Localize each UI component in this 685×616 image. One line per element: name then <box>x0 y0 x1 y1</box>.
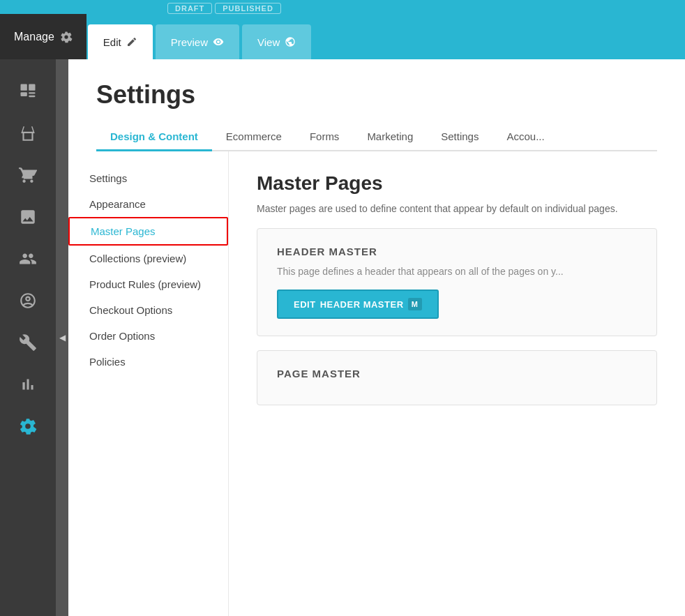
sidebar-item-analytics[interactable] <box>8 366 47 403</box>
sidebar-item-settings[interactable] <box>8 408 47 444</box>
sidebar-item-marketplace[interactable] <box>8 283 47 319</box>
sidebar-item-tools[interactable] <box>8 324 47 361</box>
svg-rect-1 <box>29 84 35 91</box>
tab-design-content[interactable]: Design & Content <box>96 123 212 151</box>
sidebar-item-cart[interactable] <box>8 157 47 193</box>
settings-header: Settings Design & Content Ecommerce Form… <box>68 59 685 151</box>
edit-text: Edit <box>294 299 316 310</box>
sidebar-item-store[interactable] <box>8 115 47 151</box>
tab-settings[interactable]: Settings <box>427 123 492 151</box>
master-pages-title: Master Pages <box>257 172 657 195</box>
master-pages-description: Master pages are used to define content … <box>257 203 657 214</box>
main-layout: ◀ Settings Design & Content Ecommerce Fo… <box>0 59 685 616</box>
sidebar-item-pages[interactable] <box>8 73 47 110</box>
tab-forms[interactable]: Forms <box>296 123 354 151</box>
header-master-title: HEADER MASTER <box>277 246 637 257</box>
nav-policies[interactable]: Policies <box>68 349 228 375</box>
header-master-card: HEADER MASTER This page defines a header… <box>257 228 657 336</box>
globe-icon <box>285 36 296 47</box>
edit-icon-badge: M <box>408 298 422 310</box>
published-label: PUBLISHED <box>215 3 281 14</box>
page-master-title: PAGE MASTER <box>277 368 637 380</box>
preview-tab[interactable]: Preview <box>156 24 239 59</box>
nav-settings[interactable]: Settings <box>68 165 228 191</box>
nav-order-options[interactable]: Order Options <box>68 323 228 349</box>
nav-collections[interactable]: Collections (preview) <box>68 246 228 271</box>
settings-tabs: Design & Content Ecommerce Forms Marketi… <box>96 123 657 151</box>
settings-panel: Settings Design & Content Ecommerce Form… <box>68 59 685 616</box>
header-master-description: This page defines a header that appears … <box>277 266 637 277</box>
svg-rect-4 <box>29 96 35 97</box>
tab-ecommerce[interactable]: Ecommerce <box>212 123 296 151</box>
page-master-card: PAGE MASTER <box>257 350 657 405</box>
nav-master-pages[interactable]: Master Pages <box>68 217 228 246</box>
content-area: Settings Appearance Master Pages Collect… <box>68 151 685 616</box>
settings-title: Settings <box>96 80 657 110</box>
manage-button[interactable]: Manage <box>0 14 86 59</box>
left-nav: Settings Appearance Master Pages Collect… <box>68 151 229 616</box>
draft-label: DRAFT <box>167 3 212 14</box>
nav-appearance[interactable]: Appearance <box>68 191 228 217</box>
right-panel: Master Pages Master pages are used to de… <box>229 151 685 616</box>
edit-tab[interactable]: Edit <box>88 24 153 59</box>
gear-icon <box>60 31 73 43</box>
nav-checkout-options[interactable]: Checkout Options <box>68 297 228 323</box>
svg-rect-2 <box>21 92 27 96</box>
sidebar-item-people[interactable] <box>8 241 47 277</box>
header-master-button-label: HEADER MASTER <box>320 299 404 310</box>
main-content: Settings Design & Content Ecommerce Form… <box>68 59 685 616</box>
sidebar-icons <box>0 59 56 616</box>
edit-icon <box>126 36 137 47</box>
nav-product-rules[interactable]: Product Rules (preview) <box>68 271 228 297</box>
view-tab[interactable]: View <box>242 24 311 59</box>
preview-label: Preview <box>171 36 208 48</box>
eye-icon <box>213 36 224 47</box>
edit-header-master-button[interactable]: Edit HEADER MASTER M <box>277 290 439 319</box>
svg-rect-3 <box>29 92 35 93</box>
view-label: View <box>257 36 280 48</box>
edit-label: Edit <box>103 36 121 48</box>
sidebar-collapse-handle[interactable]: ◀ <box>56 59 68 616</box>
tab-account[interactable]: Accou... <box>492 123 558 151</box>
sidebar-item-media[interactable] <box>8 199 47 235</box>
tab-group: Edit Preview View <box>86 14 313 59</box>
svg-rect-0 <box>21 84 27 91</box>
top-bar: DRAFT PUBLISHED Manage Edit Preview View <box>0 0 685 59</box>
tab-marketing[interactable]: Marketing <box>353 123 427 151</box>
manage-label: Manage <box>14 31 54 43</box>
